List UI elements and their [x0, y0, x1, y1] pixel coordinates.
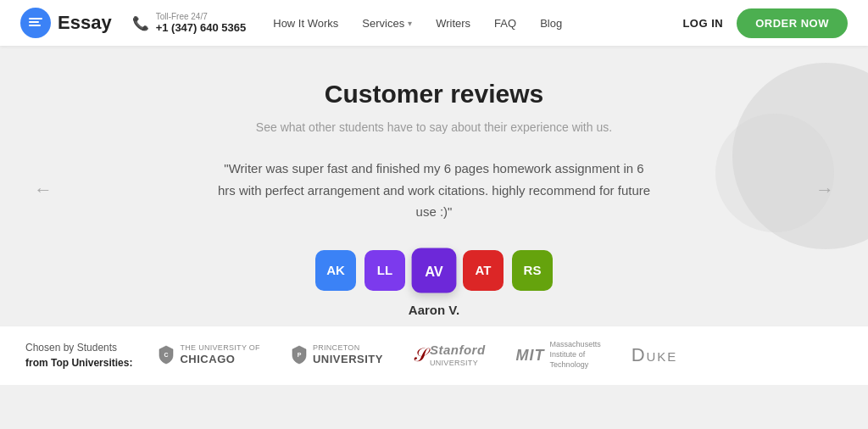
svg-text:P: P: [298, 352, 302, 358]
nav-blog[interactable]: Blog: [540, 17, 562, 30]
nav-writers[interactable]: Writers: [436, 17, 470, 30]
reviewer-avatar-at[interactable]: AT: [463, 250, 504, 291]
review-carousel: ← "Writer was super fast and finished my…: [0, 158, 868, 223]
header: Essay 📞 Toll-Free 24/7 +1 (347) 640 5365…: [0, 0, 868, 46]
svg-text:C: C: [164, 352, 169, 358]
uni-stanford: 𝒮 Stanford University: [414, 342, 486, 368]
reviewer-avatars: AKLLAVATRS: [0, 250, 868, 291]
login-button[interactable]: LOG IN: [682, 17, 723, 30]
nav-faq[interactable]: FAQ: [494, 17, 516, 30]
logo-icon: [20, 8, 51, 38]
reviewer-avatar-rs[interactable]: RS: [512, 250, 553, 291]
review-text: "Writer was super fast and finished my 6…: [214, 158, 654, 223]
logo-text: Essay: [58, 12, 112, 34]
reviewer-avatar-ak[interactable]: AK: [315, 250, 356, 291]
phone-number: +1 (347) 640 5365: [156, 21, 247, 34]
nav-services[interactable]: Services ▾: [362, 17, 412, 30]
phone-tollfree: Toll-Free 24/7: [156, 12, 247, 21]
carousel-next-button[interactable]: →: [815, 179, 834, 201]
nav-how-it-works[interactable]: How It Works: [273, 17, 338, 30]
main-nav: How It Works Services ▾ Writers FAQ Blog: [273, 17, 682, 30]
carousel-prev-button[interactable]: ←: [34, 179, 53, 201]
phone-icon: 📞: [132, 15, 149, 31]
svg-rect-1: [29, 21, 39, 23]
reviewer-name: Aaron V.: [0, 303, 868, 317]
uni-duke: Duke: [632, 344, 678, 366]
main-content: Customer reviews See what other students…: [0, 46, 868, 429]
phone-wrap: 📞 Toll-Free 24/7 +1 (347) 640 5365: [132, 12, 247, 34]
chevron-down-icon: ▾: [408, 19, 412, 28]
reviewer-avatar-av[interactable]: AV: [412, 248, 457, 292]
svg-rect-0: [29, 18, 42, 20]
reviews-title: Customer reviews: [0, 80, 868, 109]
uni-princeton: P PRINCETON UNIVERSITY: [291, 343, 383, 368]
reviewer-avatar-ll[interactable]: LL: [364, 250, 405, 291]
uni-mit: MIT MassachusettsInstitute ofTechnology: [516, 340, 601, 370]
logo[interactable]: Essay: [20, 8, 112, 38]
chosen-text: Chosen by Students from Top Universities…: [25, 340, 132, 370]
header-right: LOG IN ORDER NOW: [682, 8, 848, 38]
university-logos: C THE UNIVERSITY OF CHICAGO P PRINCETON …: [158, 340, 843, 370]
svg-rect-2: [29, 25, 41, 26]
reviews-section: Customer reviews See what other students…: [0, 46, 868, 317]
uni-chicago: C THE UNIVERSITY OF CHICAGO: [158, 343, 259, 368]
universities-bar: Chosen by Students from Top Universities…: [0, 326, 868, 385]
order-now-button[interactable]: ORDER NOW: [737, 8, 848, 38]
